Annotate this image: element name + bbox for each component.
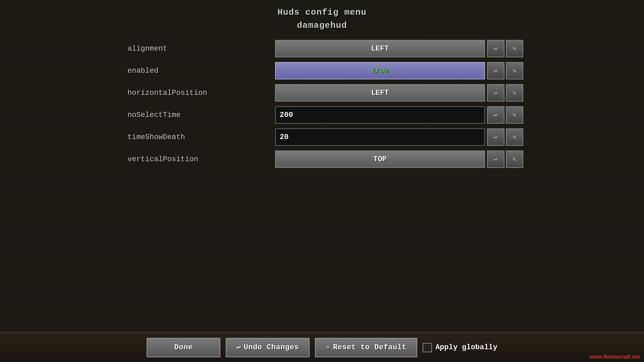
setting-control-alignment[interactable]: LEFT <box>275 40 485 57</box>
edit-row-btn-timeShowDeath[interactable]: ✎ <box>506 128 523 146</box>
setting-control-enabled[interactable]: true <box>275 62 485 79</box>
setting-row-verticalPosition: verticalPositionTOP↩✎ <box>121 149 523 169</box>
undo-icon: ↩ <box>236 343 241 352</box>
setting-row-timeShowDeath: timeShowDeath20↩✎ <box>121 127 523 147</box>
setting-label-noSelectTime: noSelectTime <box>121 111 275 119</box>
setting-control-verticalPosition[interactable]: TOP <box>275 150 485 168</box>
setting-value-noSelectTime: 200 <box>280 111 293 119</box>
undo-row-btn-alignment[interactable]: ↩ <box>487 40 504 57</box>
setting-label-alignment: alignment <box>121 45 275 53</box>
edit-row-btn-noSelectTime[interactable]: ✎ <box>506 106 523 124</box>
undo-row-btn-noSelectTime[interactable]: ↩ <box>487 106 504 124</box>
undo-row-btn-verticalPosition[interactable]: ↩ <box>487 150 504 168</box>
setting-label-verticalPosition: verticalPosition <box>121 155 275 164</box>
bottom-bar: Done ↩ Undo Changes ⚡ Reset to Default A… <box>0 332 644 362</box>
setting-row-alignment: alignmentLEFT↩✎ <box>121 39 523 58</box>
settings-area: alignmentLEFT↩✎enabledtrue↩✎horizontalPo… <box>121 39 523 172</box>
setting-row-horizontalPosition: horizontalPositionLEFT↩✎ <box>121 83 523 103</box>
undo-row-btn-timeShowDeath[interactable]: ↩ <box>487 128 504 146</box>
setting-btns-verticalPosition: ↩✎ <box>487 150 523 168</box>
title-line1: Huds config menu <box>277 6 367 19</box>
setting-btns-horizontalPosition: ↩✎ <box>487 84 523 102</box>
setting-row-enabled: enabledtrue↩✎ <box>121 61 523 80</box>
title-line2: damagehud <box>277 19 367 32</box>
apply-globally-label: Apply globally <box>435 343 497 352</box>
undo-row-btn-horizontalPosition[interactable]: ↩ <box>487 84 504 102</box>
setting-control-timeShowDeath[interactable]: 20 <box>275 128 485 146</box>
setting-value-enabled: true <box>371 67 389 75</box>
setting-value-horizontalPosition: LEFT <box>371 89 389 97</box>
apply-globally-checkbox[interactable] <box>423 343 432 352</box>
setting-value-verticalPosition: TOP <box>373 155 387 164</box>
edit-row-btn-horizontalPosition[interactable]: ✎ <box>506 84 523 102</box>
apply-globally-area: Apply globally <box>423 343 497 352</box>
edit-row-btn-enabled[interactable]: ✎ <box>506 62 523 79</box>
setting-row-noSelectTime: noSelectTime200↩✎ <box>121 105 523 125</box>
setting-label-horizontalPosition: horizontalPosition <box>121 89 275 97</box>
done-button[interactable]: Done <box>147 338 220 357</box>
setting-btns-alignment: ↩✎ <box>487 40 523 57</box>
reset-icon: ⚡ <box>326 343 330 352</box>
main-container: Huds config menu damagehud alignmentLEFT… <box>0 0 644 362</box>
reset-label: Reset to Default <box>333 343 407 352</box>
setting-btns-noSelectTime: ↩✎ <box>487 106 523 124</box>
undo-button[interactable]: ↩ Undo Changes <box>226 338 310 357</box>
setting-value-alignment: LEFT <box>371 45 389 53</box>
setting-btns-enabled: ↩✎ <box>487 62 523 79</box>
watermark: www.9minecraft.net <box>589 354 640 360</box>
setting-value-timeShowDeath: 20 <box>280 133 288 141</box>
setting-label-timeShowDeath: timeShowDeath <box>121 133 275 141</box>
setting-label-enabled: enabled <box>121 67 275 75</box>
setting-btns-timeShowDeath: ↩✎ <box>487 128 523 146</box>
reset-button[interactable]: ⚡ Reset to Default <box>315 338 417 357</box>
edit-row-btn-verticalPosition[interactable]: ✎ <box>506 150 523 168</box>
undo-row-btn-enabled[interactable]: ↩ <box>487 62 504 79</box>
title-area: Huds config menu damagehud <box>277 6 367 32</box>
undo-label: Undo Changes <box>244 343 299 352</box>
setting-control-horizontalPosition[interactable]: LEFT <box>275 84 485 102</box>
edit-row-btn-alignment[interactable]: ✎ <box>506 40 523 57</box>
setting-control-noSelectTime[interactable]: 200 <box>275 106 485 124</box>
